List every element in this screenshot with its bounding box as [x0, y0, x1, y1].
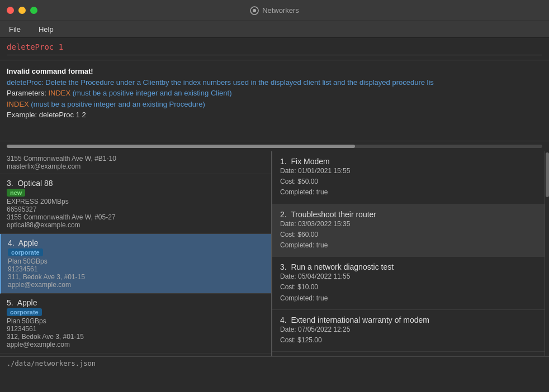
badge-corporate-5: corporate — [7, 308, 42, 316]
procedure-completed-2: Completed: true — [280, 240, 537, 251]
status-bar: ./data/networkers.json — [0, 356, 549, 370]
client-email-4: apple@example.com — [8, 281, 264, 289]
maximize-button[interactable] — [30, 7, 37, 14]
status-path: ./data/networkers.json — [7, 360, 96, 367]
procedure-name-3: 3. Run a network diagnostic test — [280, 262, 537, 271]
svg-point-1 — [253, 9, 256, 12]
procedure-item-3[interactable]: 3. Run a network diagnostic test Date: 0… — [272, 257, 545, 310]
command-area — [0, 38, 549, 60]
window-title: Networkers — [250, 6, 299, 15]
client-plan-3: EXPRESS 200MBps — [7, 198, 264, 205]
client-item-5[interactable]: 5. Apple corporate Plan 50GBps 91234561 … — [0, 294, 271, 353]
procedure-name-4: 4. Extend international warranty of mode… — [280, 315, 537, 324]
procedure-date-3: Date: 05/04/2022 11:55 — [280, 271, 537, 282]
procedure-completed-1: Completed: true — [280, 187, 537, 198]
output-index-desc: (must be a positive integer and an exist… — [73, 89, 232, 97]
client-list[interactable]: 3155 Commonwealth Ave W, #B1-10 masterfi… — [0, 151, 272, 356]
close-button[interactable] — [7, 7, 14, 14]
client-badge-corporate-4: corporate — [8, 247, 264, 257]
procedure-cost-2: Cost: $60.00 — [280, 230, 537, 240]
scroll-bar-area[interactable] — [0, 141, 549, 151]
client-badge-new: new — [7, 188, 264, 198]
procedure-date-4: Date: 07/05/2022 12:25 — [280, 324, 537, 335]
menu-file[interactable]: File — [6, 24, 24, 35]
client-item-3[interactable]: 3. Optical 88 new EXPRESS 200MBps 665953… — [0, 174, 271, 234]
procedure-name-2: 2. Troubleshoot their router — [280, 210, 537, 219]
client-phone-3: 66595327 — [7, 205, 264, 213]
procedure-name-1: 1. Fix Modem — [280, 157, 537, 166]
client-name-3: 3. Optical 88 — [7, 179, 264, 188]
client-plan-5: Plan 50GBps — [7, 317, 264, 325]
output-params-prefix: Parameters: — [7, 89, 48, 97]
output-index2-label: INDEX — [7, 100, 31, 108]
client-phone-5: 91234561 — [7, 325, 264, 333]
client-email-partial: masterfix@example.com — [7, 162, 264, 170]
procedure-cost-1: Cost: $50.00 — [280, 176, 537, 187]
minimize-button[interactable] — [18, 7, 26, 14]
menu-bar: File Help — [0, 21, 549, 38]
client-name-4: 4. Apple — [8, 238, 264, 247]
output-error-line: Invalid command format! — [7, 66, 542, 77]
client-address-4: 311, Bedok Ave 3, #01-15 — [8, 273, 264, 281]
client-email-3: optical88@example.com — [7, 221, 264, 229]
procedure-item-2[interactable]: 2. Troubleshoot their router Date: 03/03… — [272, 204, 545, 257]
main-content: 3155 Commonwealth Ave W, #B1-10 masterfi… — [0, 151, 549, 356]
output-description: deleteProc: Delete the Procedure under a… — [7, 77, 542, 88]
procedure-date-2: Date: 03/03/2022 15:35 — [280, 219, 537, 230]
output-command-name: deleteProc: Delete the Procedure under a… — [7, 78, 162, 87]
procedure-cost-4: Cost: $125.00 — [280, 335, 537, 346]
output-example-label: Example: — [7, 111, 39, 119]
menu-help[interactable]: Help — [35, 24, 57, 35]
scroll-thumb[interactable] — [7, 145, 355, 148]
title-bar: Networkers — [0, 0, 549, 21]
procedure-item-4[interactable]: 4. Extend international warranty of mode… — [272, 310, 545, 352]
procedure-completed-3: Completed: true — [280, 293, 537, 304]
output-example-value: deleteProc 1 2 — [39, 111, 86, 119]
badge-new: new — [7, 189, 25, 197]
procedure-date-1: Date: 01/01/2021 15:55 — [280, 166, 537, 176]
client-address-5: 312, Bedok Ave 3, #01-15 — [7, 333, 264, 341]
procedure-cost-3: Cost: $10.00 — [280, 282, 537, 293]
client-plan-4: Plan 50GBps — [8, 257, 264, 265]
output-params-line2: INDEX (must be a positive integer and an… — [7, 99, 542, 110]
output-example-line: Example: deleteProc 1 2 — [7, 109, 542, 121]
client-email-5: apple@example.com — [7, 341, 264, 348]
client-name-5: 5. Apple — [7, 298, 264, 307]
client-badge-corporate-5: corporate — [7, 307, 264, 317]
output-index-label: INDEX — [48, 89, 72, 97]
procedure-item-1[interactable]: 1. Fix Modem Date: 01/01/2021 15:55 Cost… — [272, 151, 545, 204]
output-params-line1: Parameters: INDEX (must be a positive in… — [7, 88, 542, 99]
client-address-3: 3155 Commonwealth Ave W, #05-27 — [7, 213, 264, 221]
right-scrollbar[interactable] — [545, 151, 549, 356]
procedure-list[interactable]: 1. Fix Modem Date: 01/01/2021 15:55 Cost… — [272, 151, 545, 356]
traffic-lights — [7, 7, 37, 14]
output-area: Invalid command format! deleteProc: Dele… — [0, 60, 549, 141]
command-input[interactable] — [7, 42, 542, 51]
client-address-partial: 3155 Commonwealth Ave W, #B1-10 — [7, 155, 264, 162]
output-index2-desc: (must be a positive integer and an exist… — [31, 100, 205, 108]
client-item-partial[interactable]: 3155 Commonwealth Ave W, #B1-10 masterfi… — [0, 151, 271, 174]
command-underline — [7, 55, 542, 55]
client-item-4[interactable]: 4. Apple corporate Plan 50GBps 91234561 … — [0, 234, 271, 294]
client-phone-4: 91234561 — [8, 265, 264, 273]
scroll-track[interactable] — [7, 145, 542, 148]
output-description-rest: by the index numbers used in the display… — [162, 78, 434, 87]
badge-corporate-4: corporate — [8, 248, 43, 256]
